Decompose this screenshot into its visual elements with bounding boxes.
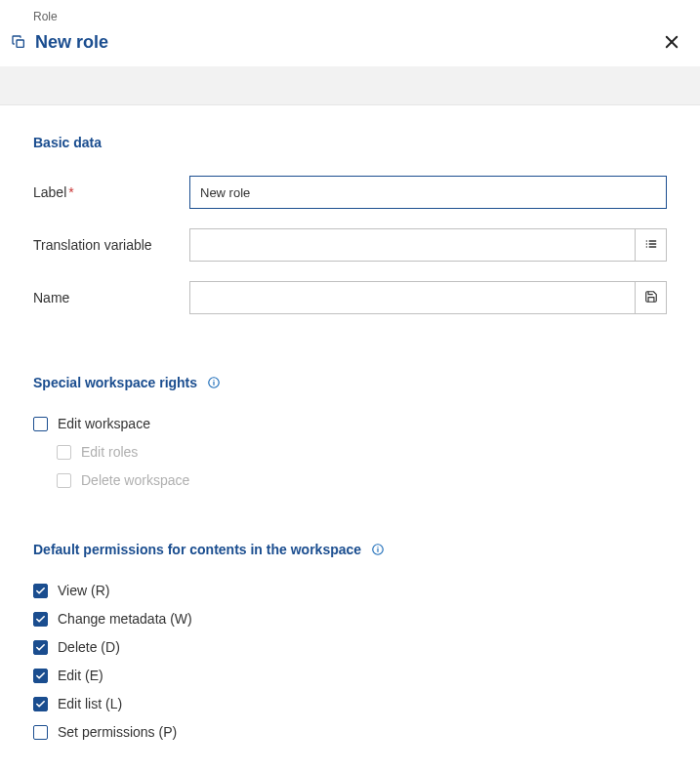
special-right-1-checkbox (57, 445, 71, 460)
field-label-name: Name (33, 290, 189, 305)
special-right-0-checkbox[interactable] (33, 417, 48, 431)
name-input[interactable] (189, 281, 636, 314)
permission-5-label: Set permissions (P) (58, 724, 177, 740)
permission-0-checkbox[interactable] (33, 584, 48, 598)
permission-2-label: Delete (D) (58, 639, 120, 655)
page-title: New role (35, 32, 661, 53)
name-save-button[interactable] (636, 281, 667, 314)
field-label-label: Label* (33, 184, 189, 200)
breadcrumb: Role (0, 0, 700, 27)
field-row-label: Label* (33, 176, 667, 209)
special-right-2-label: Delete workspace (81, 472, 189, 488)
save-icon (644, 290, 658, 306)
permission-5-row: Set permissions (P) (33, 724, 667, 740)
required-asterisk: * (68, 184, 73, 200)
permission-0-row: View (R) (33, 583, 667, 598)
field-label-translation-variable: Translation variable (33, 237, 189, 253)
copy-icon (10, 33, 27, 51)
permission-4-label: Edit list (L) (58, 696, 122, 711)
permission-3-checkbox[interactable] (33, 669, 48, 683)
permission-4-row: Edit list (L) (33, 696, 667, 711)
permission-1-row: Change metadata (W) (33, 611, 667, 627)
toolbar-spacer (0, 66, 700, 105)
close-button[interactable] (661, 31, 682, 53)
section-heading-basic-data: Basic data (33, 135, 667, 150)
permission-5-checkbox[interactable] (33, 725, 48, 740)
translation-variable-input[interactable] (189, 228, 636, 262)
permission-3-row: Edit (E) (33, 668, 667, 683)
section-heading-special-workspace-rights: Special workspace rights (33, 375, 667, 390)
list-icon (644, 237, 658, 254)
svg-rect-0 (17, 40, 23, 47)
special-right-1-label: Edit roles (81, 444, 138, 460)
page-header: New role (0, 27, 700, 66)
special-right-2-row: Delete workspace (33, 472, 667, 488)
field-row-translation-variable: Translation variable (33, 228, 667, 262)
translation-variable-picker-button[interactable] (636, 228, 667, 262)
permission-3-label: Edit (E) (58, 668, 103, 683)
special-right-0-row: Edit workspace (33, 416, 667, 431)
info-icon[interactable] (371, 543, 385, 556)
label-input[interactable] (189, 176, 667, 209)
info-icon[interactable] (207, 376, 221, 389)
section-heading-default-permissions: Default permissions for contents in the … (33, 542, 667, 557)
field-row-name: Name (33, 281, 667, 314)
permission-2-row: Delete (D) (33, 639, 667, 655)
permission-1-checkbox[interactable] (33, 612, 48, 627)
permission-0-label: View (R) (58, 583, 109, 598)
permission-4-checkbox[interactable] (33, 697, 48, 711)
special-right-2-checkbox (57, 473, 71, 488)
permission-2-checkbox[interactable] (33, 640, 48, 655)
special-right-0-label: Edit workspace (58, 416, 150, 431)
special-right-1-row: Edit roles (33, 444, 667, 460)
permission-1-label: Change metadata (W) (58, 611, 192, 627)
